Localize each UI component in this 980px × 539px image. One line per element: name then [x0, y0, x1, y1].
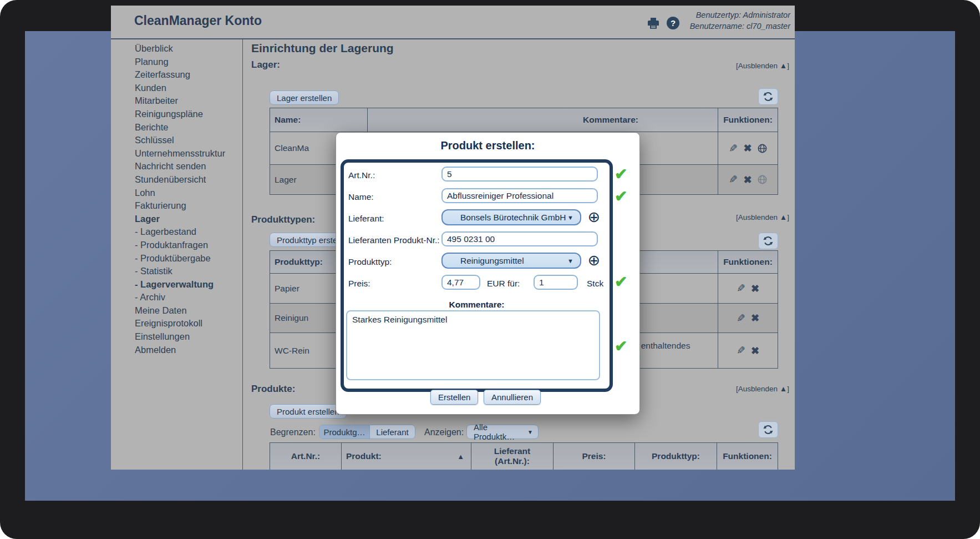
edit-icon[interactable]: ✎ — [737, 312, 745, 325]
sidebar-item-ueberblick[interactable]: Überblick — [111, 42, 242, 56]
edit-icon[interactable]: ✎ — [729, 142, 738, 155]
produkttyp-row-functions: ✎ ✖ — [718, 274, 778, 303]
globe-icon[interactable] — [758, 175, 767, 184]
sidebar-item-lagerbestand[interactable]: - Lagerbestand — [111, 225, 242, 239]
sidebar-item-berichte[interactable]: Berichte — [111, 121, 242, 134]
sidebar-item-schluessel[interactable]: Schlüssel — [111, 134, 242, 147]
name-input[interactable] — [441, 188, 598, 203]
chevron-down-icon: ▼ — [567, 258, 573, 264]
kommentare-textarea[interactable]: Starkes Reinigungsmittel — [346, 310, 600, 380]
sidebar-item-abmelden[interactable]: Abmelden — [111, 344, 242, 357]
preis-input[interactable] — [441, 275, 480, 290]
edit-icon[interactable]: ✎ — [729, 173, 738, 186]
begrenzen-label: Begrenzen: — [270, 427, 316, 437]
sidebar-item-archiv[interactable]: - Archiv — [111, 291, 242, 304]
app-title: CleanManager Konto — [134, 13, 262, 28]
produkte-refresh-button[interactable] — [758, 421, 778, 438]
lager-col-name: Name: — [270, 108, 367, 132]
kommentare-valid-check-icon: ✔ — [615, 337, 627, 355]
produkt-erstellen-dialog: Produkt erstellen: Art.Nr.: Name: Liefer… — [336, 132, 640, 415]
produkttyp-label: Produkttyp: — [348, 254, 392, 269]
produkte-table: Art.Nr.: Produkt: ▲ Lieferant (Art.Nr.):… — [270, 442, 778, 470]
screenshot-stage: CleanManager Konto ? Benutzertyp: Admini… — [0, 0, 980, 539]
edit-icon[interactable]: ✎ — [737, 282, 745, 295]
sidebar-item-nachricht-senden[interactable]: Nachricht senden — [111, 160, 242, 173]
sidebar-item-kunden[interactable]: Kunden — [111, 82, 242, 95]
add-lieferant-icon[interactable]: ⊕ — [587, 210, 601, 224]
artnr-input[interactable] — [441, 167, 598, 182]
lager-heading: Lager: — [251, 59, 280, 70]
produkte-table-header: Art.Nr.: Produkt: ▲ Lieferant (Art.Nr.):… — [270, 443, 778, 470]
name-valid-check-icon: ✔ — [615, 187, 627, 205]
dialog-title: Produkt erstellen: — [336, 139, 639, 152]
lager-hide-link[interactable]: [Ausblenden ▲] — [736, 62, 789, 70]
lieferant-dropdown[interactable]: Bonsels Bürotechnik GmbH ▼ — [441, 209, 581, 225]
annullieren-button[interactable]: Annullieren — [484, 390, 541, 405]
sidebar-item-statistik[interactable]: - Statistik — [111, 265, 242, 278]
delete-icon[interactable]: ✖ — [743, 174, 751, 186]
menge-input[interactable] — [534, 275, 578, 290]
lieferanten-produktnr-label: Lieferanten Produkt-Nr.: — [348, 233, 440, 248]
sidebar-item-einstellungen[interactable]: Einstellungen — [111, 330, 242, 344]
user-type: Benutzertyp: Administrator — [690, 9, 790, 21]
sidebar-item-lagerverwaltung[interactable]: - Lagerverwaltung — [111, 278, 242, 291]
sidebar-item-ereignisprotokoll[interactable]: Ereignisprotokoll — [111, 317, 242, 330]
product-category-dropdown[interactable]: Alle Produktk… ▼ — [466, 425, 539, 439]
delete-icon[interactable]: ✖ — [743, 142, 751, 154]
sidebar-item-stundenuebersicht[interactable]: Stundenübersicht — [111, 173, 242, 187]
artnr-label: Art.Nr.: — [348, 168, 375, 183]
sidebar-item-mitarbeiter[interactable]: Mitarbeiter — [111, 94, 242, 108]
sidebar-item-lager[interactable]: Lager — [111, 213, 242, 226]
app-header: CleanManager Konto ? Benutzertyp: Admini… — [111, 6, 795, 39]
lager-col-functions: Funktionen: — [718, 108, 778, 132]
produkttyp-dropdown[interactable]: Reinigungsmittel ▼ — [441, 253, 581, 269]
page-title: Einrichtung der Lagerung — [251, 42, 394, 55]
sidebar-item-unternehmensstruktur[interactable]: Unternehmensstruktur — [111, 147, 242, 160]
name-label: Name: — [348, 189, 374, 204]
lager-col-comments: Kommentare: — [367, 108, 718, 132]
lager-refresh-button[interactable] — [758, 88, 778, 105]
kommentare-label: Kommentare: — [344, 297, 610, 312]
sidebar-item-produktuebergabe[interactable]: - Produktübergabe — [111, 252, 242, 265]
produkttyp-row-functions: ✎ ✖ — [718, 304, 778, 333]
produkte-col-lieferant: Lieferant (Art.Nr.): — [471, 443, 553, 470]
lager-row-functions: ✎ ✖ — [718, 165, 778, 194]
chevron-down-icon: ▼ — [527, 429, 533, 435]
limit-productgroup-button[interactable]: Produktg… — [319, 425, 369, 439]
lager-col-comments-label: Kommentare: — [368, 115, 638, 125]
produkttypen-heading: Produkttypen: — [251, 214, 315, 225]
edit-icon[interactable]: ✎ — [737, 344, 745, 357]
preis-valid-check-icon: ✔ — [615, 273, 627, 291]
lager-table-header: Name: Kommentare: Funktionen: — [270, 108, 778, 132]
globe-icon[interactable] — [758, 144, 767, 153]
lieferanten-produktnr-input[interactable] — [441, 231, 598, 246]
delete-icon[interactable]: ✖ — [751, 283, 759, 295]
delete-icon[interactable]: ✖ — [751, 345, 759, 357]
sidebar-item-meine-daten[interactable]: Meine Daten — [111, 304, 242, 318]
lager-create-button[interactable]: Lager erstellen — [270, 90, 339, 105]
erstellen-button[interactable]: Erstellen — [430, 390, 478, 405]
produkttypen-hide-link[interactable]: [Ausblenden ▲] — [736, 213, 789, 221]
print-icon[interactable] — [647, 17, 660, 30]
produkte-hide-link[interactable]: [Ausblenden ▲] — [736, 385, 789, 393]
anzeigen-label: Anzeigen: — [424, 427, 464, 437]
produkttypen-refresh-button[interactable] — [758, 233, 778, 249]
sidebar-item-reinigungsplaene[interactable]: Reinigungspläne — [111, 108, 242, 121]
add-produkttyp-icon[interactable]: ⊕ — [587, 253, 601, 268]
sidebar-item-lohn[interactable]: Lohn — [111, 187, 242, 200]
user-name: Benutzername: cl70_master — [690, 21, 790, 32]
sidebar-item-planung[interactable]: Planung — [111, 56, 242, 69]
sidebar-item-zeiterfassung[interactable]: Zeiterfassung — [111, 68, 242, 82]
produkt-create-button[interactable]: Produkt erstellen — [270, 404, 347, 419]
sort-asc-icon[interactable]: ▲ — [457, 452, 464, 461]
eur-fuer-label: EUR für: — [487, 276, 520, 291]
user-info: Benutzertyp: Administrator Benutzername:… — [690, 9, 790, 32]
help-icon[interactable]: ? — [667, 17, 679, 29]
sidebar-item-fakturierung[interactable]: Fakturierung — [111, 199, 242, 213]
sidebar-item-produktanfragen[interactable]: - Produktanfragen — [111, 239, 242, 252]
limit-toggle-group: Produktg… Lieferant — [319, 425, 415, 439]
limit-supplier-button[interactable]: Lieferant — [369, 425, 415, 439]
lager-row-functions: ✎ ✖ — [718, 132, 778, 164]
artnr-valid-check-icon: ✔ — [615, 165, 627, 183]
delete-icon[interactable]: ✖ — [751, 312, 759, 324]
